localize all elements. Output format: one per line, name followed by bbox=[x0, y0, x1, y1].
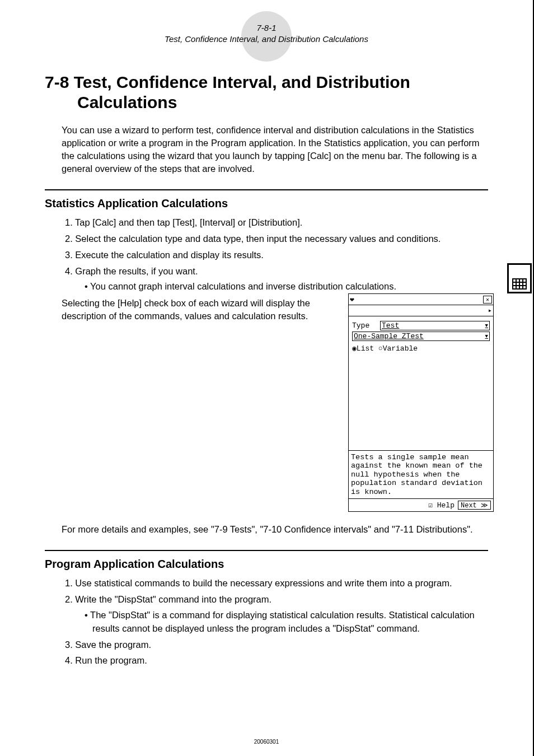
section1-step1: 1. Tap [Calc] and then tap [Test], [Inte… bbox=[45, 216, 488, 230]
toolbar-arrow-icon[interactable]: ▸ bbox=[488, 306, 492, 315]
help-checkbox[interactable]: ☑ Help bbox=[428, 501, 455, 510]
wizard-titlebar: ❤ ✕ bbox=[349, 294, 493, 305]
section2-step3: 3. Save the program. bbox=[45, 638, 488, 652]
title-prefix: 7-8 bbox=[45, 73, 69, 91]
wizard-toolbar: ▸ bbox=[349, 305, 493, 316]
close-icon[interactable]: ✕ bbox=[483, 296, 492, 304]
wizard-menu-icon[interactable]: ❤ bbox=[350, 295, 354, 304]
section2-step4: 4. Run the program. bbox=[45, 654, 488, 668]
type-value: Test bbox=[382, 321, 399, 330]
title-main-line2: Calculations bbox=[45, 92, 488, 113]
section1-step2: 2. Select the calculation type and data … bbox=[45, 232, 488, 246]
section1-heading: Statistics Application Calculations bbox=[45, 189, 488, 210]
wizard-body: Type Test ▼ One-Sample ZTest ▼ ◉List ○Va… bbox=[349, 316, 493, 450]
section1-step4: 4. Graph the results, if you want. bbox=[45, 264, 488, 278]
section2-heading: Program Application Calculations bbox=[45, 550, 488, 571]
type-select[interactable]: Test ▼ bbox=[380, 321, 490, 330]
chevron-down-icon: ▼ bbox=[485, 323, 488, 329]
wizard-help-text: Tests a single sample mean against the k… bbox=[349, 450, 493, 500]
wizard-screenshot: ❤ ✕ ▸ Type Test ▼ One-Sample ZTest ▼ bbox=[348, 293, 494, 512]
section2-step2: 2. Write the "DispStat" command into the… bbox=[45, 592, 488, 606]
section1-bullet: • You cannot graph interval calculations… bbox=[45, 280, 488, 293]
calculator-icon[interactable] bbox=[507, 263, 532, 293]
page-title: 7-8 Test, Confidence Interval, and Distr… bbox=[45, 72, 488, 113]
intro-paragraph: You can use a wizard to perform test, co… bbox=[45, 124, 488, 175]
type-label: Type bbox=[352, 321, 376, 330]
help-text: Selecting the [Help] check box of each w… bbox=[45, 297, 343, 323]
radio-row[interactable]: ◉List ○Variable bbox=[352, 344, 490, 353]
subtype-value: One-Sample ZTest bbox=[354, 332, 424, 340]
subtype-select[interactable]: One-Sample ZTest ▼ bbox=[352, 332, 490, 341]
footer-number: 20060301 bbox=[254, 739, 279, 745]
page-subtitle: Test, Confidence Interval, and Distribut… bbox=[165, 34, 368, 44]
wizard-footer: ☑ Help Next ≫ bbox=[349, 499, 493, 511]
title-main-line1: Test, Confidence Interval, and Distribut… bbox=[74, 73, 410, 91]
page-header: 7-8-1 Test, Confidence Interval, and Dis… bbox=[45, 22, 488, 44]
next-button[interactable]: Next ≫ bbox=[458, 501, 491, 510]
section1-step3: 3. Execute the calculation and display i… bbox=[45, 248, 488, 262]
chevron-down-icon: ▼ bbox=[485, 334, 488, 339]
page-ref: 7-8-1 bbox=[256, 23, 276, 32]
more-details: For more details and examples, see "7-9 … bbox=[45, 523, 488, 536]
section2-bullet: • The "DispStat" is a command for displa… bbox=[45, 609, 488, 636]
section2-step1: 1. Use statistical commands to build the… bbox=[45, 576, 488, 590]
